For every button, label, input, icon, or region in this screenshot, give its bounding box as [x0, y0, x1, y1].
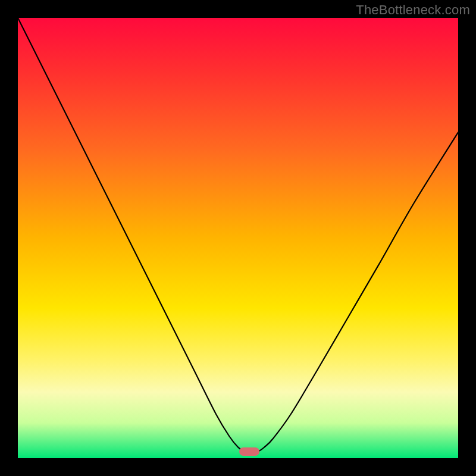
- trough-marker: [239, 447, 259, 456]
- plot-area: [18, 18, 458, 458]
- chart-frame: TheBottleneck.com: [0, 0, 476, 476]
- watermark-text: TheBottleneck.com: [356, 2, 470, 18]
- bottleneck-curve: [18, 18, 458, 458]
